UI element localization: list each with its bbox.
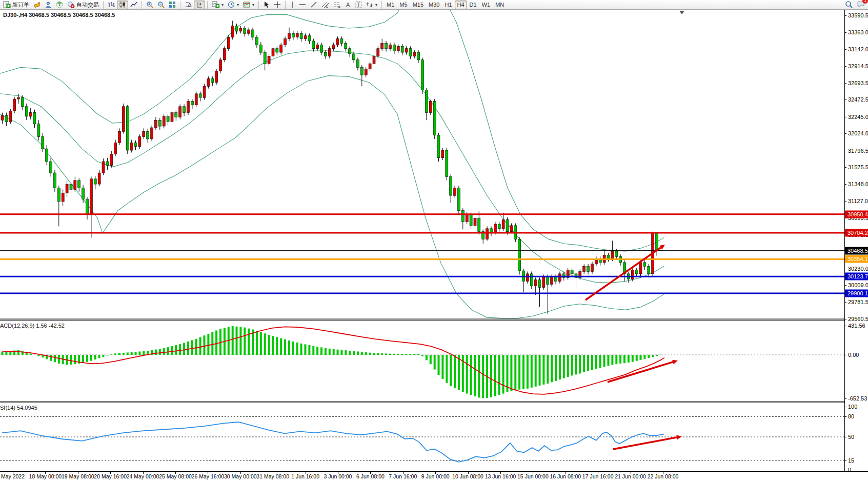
autotrade-button[interactable]: 自动交易: [65, 1, 101, 9]
time-axis-label: 9 Jun 00:00: [421, 473, 450, 479]
time-axis[interactable]: May 202218 May 00:0019 May 08:0020 May 1…: [0, 471, 868, 481]
tile-windows-button[interactable]: [167, 1, 178, 9]
toolbar-separator: [207, 1, 208, 9]
axis-tick: [845, 201, 846, 202]
periods-button[interactable]: ▾: [226, 1, 241, 9]
macd-indicator-label: ACD(12,26,9) 1.56 -42.52: [0, 323, 65, 329]
axis-tick: [845, 66, 846, 67]
price-line-label: 29900.1: [845, 290, 868, 297]
time-axis-label: 19 May 08:00: [62, 473, 94, 479]
mt4-window: { "toolbar": { "buttons_left": [ {"name"…: [0, 0, 868, 481]
axis-tick-label: 0.00: [848, 352, 859, 358]
bars-chart-button[interactable]: [106, 1, 117, 9]
axis-tick: [845, 437, 846, 437]
zoom-out-button[interactable]: [155, 1, 167, 9]
time-axis-label: 20 May 16:00: [94, 473, 127, 479]
profile-button[interactable]: [43, 1, 54, 9]
signals-button[interactable]: [54, 1, 65, 9]
price-line-label: 30468.5: [845, 247, 868, 255]
timeframe-w1-button[interactable]: W1: [479, 1, 493, 9]
cursor-icon: [263, 1, 270, 8]
time-axis-label: 15 Jun 00:00: [517, 473, 549, 479]
price-axis[interactable]: 33590.533363.033142.032914.532693.532472…: [844, 10, 868, 472]
timeframe-d1-button[interactable]: D1: [467, 1, 479, 9]
fibonacci-button[interactable]: F: [331, 1, 343, 9]
crosshair-icon: [274, 1, 281, 8]
timeframe-mn-button[interactable]: MN: [493, 1, 507, 9]
axis-tick: [845, 269, 846, 269]
toolbar-separator: [258, 1, 259, 9]
timeframe-h1-button[interactable]: H1: [442, 1, 454, 9]
axis-tick: [845, 398, 846, 399]
timeframe-m15-button[interactable]: M15: [410, 1, 426, 9]
timeframe-m1-button[interactable]: M1: [384, 1, 397, 9]
time-axis-label: 16 Jun 08:00: [550, 473, 581, 479]
channel-button[interactable]: E: [319, 1, 331, 9]
axis-tick-label: 31796.5: [848, 148, 868, 154]
autoscroll-icon: [185, 1, 192, 8]
axis-tick: [845, 319, 846, 319]
macd-panel-splitter[interactable]: [0, 319, 844, 321]
svg-text:F: F: [338, 6, 340, 8]
label-button[interactable]: T: [353, 1, 364, 9]
toolbar-separator: [180, 1, 180, 9]
time-axis-label: 10 Jun 08:00: [452, 473, 483, 479]
shapes-button[interactable]: ▾: [364, 1, 379, 9]
axis-tick-label: 30009.0: [848, 282, 868, 288]
templates-button[interactable]: ▾: [241, 1, 256, 9]
time-axis-label: 13 Jun 16:00: [485, 473, 516, 479]
styler-button[interactable]: [31, 1, 43, 9]
neworder-icon: [3, 1, 11, 8]
hline-button[interactable]: [297, 1, 308, 9]
autotrade-button-label: 自动交易: [76, 1, 99, 9]
chevron-down-icon: ▾: [237, 3, 239, 7]
rsi-panel-splitter[interactable]: [0, 401, 844, 403]
time-axis-label: 6 Jun 08:00: [356, 473, 385, 479]
textA-icon: A: [345, 1, 351, 8]
toolbar-separator: [103, 1, 104, 9]
main-chart-canvas[interactable]: [0, 0, 844, 319]
vline-icon: [290, 1, 295, 8]
new-order-button[interactable]: 新订单: [1, 1, 31, 9]
axis-tick: [845, 99, 846, 100]
crosshair-button[interactable]: [272, 1, 283, 9]
price-line-label: 30704.2: [845, 229, 868, 237]
timeframe-m30-button[interactable]: M30: [426, 1, 442, 9]
axis-tick-label: 31127.0: [848, 198, 868, 204]
axis-tick-label: -652.53: [848, 395, 867, 402]
axis-tick-label: 32024.0: [848, 130, 868, 136]
chevron-down-icon: ▾: [252, 3, 254, 7]
axis-tick-label: 30230.0: [848, 266, 868, 272]
text-button[interactable]: A: [343, 1, 353, 9]
axis-tick-label: 31348.0: [848, 181, 868, 187]
search-icon[interactable]: [845, 1, 853, 9]
cursor-button[interactable]: [261, 1, 272, 9]
time-axis-label: 21 Jun 00:00: [615, 473, 646, 479]
timeframe-m5-button[interactable]: M5: [397, 1, 410, 9]
indicators-button[interactable]: ▾: [210, 1, 226, 9]
line-chart-button[interactable]: [128, 1, 139, 9]
news-bubble-icon[interactable]: 1: [857, 1, 865, 9]
svg-text:E: E: [326, 5, 328, 8]
time-axis-label: 31 May 08:00: [256, 473, 289, 479]
time-axis-label: 25 May 08:00: [159, 473, 192, 479]
vline-button[interactable]: [288, 1, 297, 9]
axis-tick-label: 31575.5: [848, 164, 868, 170]
candles-chart-button[interactable]: [117, 1, 128, 9]
trendline-button[interactable]: [308, 1, 319, 9]
time-axis-label: May 2022: [1, 473, 25, 479]
chart-shift-marker[interactable]: [679, 11, 684, 14]
price-line-label: 30123.7: [845, 273, 868, 280]
axis-tick-label: 100: [848, 404, 857, 410]
candles-icon: [119, 1, 126, 8]
time-axis-label: 17 Jun 16:00: [582, 473, 614, 479]
auto-scroll-button[interactable]: [183, 1, 194, 9]
price-line-label: 30950.4: [845, 211, 868, 218]
axis-tick-label: 32245.0: [848, 114, 868, 120]
axis-tick-label: 32914.5: [848, 63, 868, 69]
clock-icon: [228, 1, 235, 8]
timeframe-h4-button[interactable]: H4: [455, 1, 467, 9]
zoom-in-button[interactable]: [144, 1, 155, 9]
rsi-indicator-label: SI(14) 54.0945: [0, 405, 37, 411]
chart-shift-button[interactable]: [194, 1, 205, 9]
